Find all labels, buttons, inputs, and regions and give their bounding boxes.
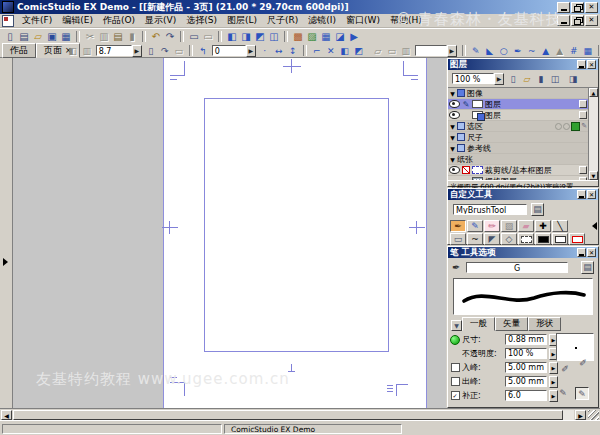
play-icon[interactable]: ▶ [347,30,361,43]
layer-group-row[interactable]: ▼图像 [448,88,598,99]
save-icon[interactable]: ▣ [45,30,59,43]
new-folder-icon[interactable]: ▱ [520,73,534,85]
option-checkbox[interactable] [451,363,460,372]
layer-lock-icon[interactable]: ◫ [548,73,562,85]
collapse-arrow-icon[interactable]: ▼ [448,145,457,152]
custom-tool-preset-combo[interactable]: MyBrushTool [453,204,527,215]
flip-vertical-icon[interactable]: ↕ [286,45,300,57]
layer-options-button[interactable] [579,177,587,180]
paste-icon[interactable]: ▤ [111,30,125,43]
save-all-icon[interactable]: ▦ [59,30,73,43]
spinner-icon[interactable]: ▶ [246,45,256,57]
tab-collapse-icon[interactable]: ▼ [451,320,462,331]
custom-tool-preset-value[interactable]: MyBrushTool [453,204,527,215]
layer-group-row[interactable]: ▼参考线 [448,143,598,154]
zoom-level-combo-value[interactable]: 8.7 [96,45,132,56]
story-nav-icon[interactable]: ◧ [66,45,80,57]
scrollbar-thumb[interactable] [13,410,563,420]
expand-right-icon[interactable] [3,258,8,266]
option-checkbox[interactable]: ✓ [451,391,460,400]
pen-tab-形状[interactable]: 形状 [528,317,561,331]
snap-1-icon[interactable]: ▱ [371,45,385,57]
layout-window-icon[interactable]: ◩ [253,30,267,43]
panel-minimize-icon[interactable] [577,60,586,69]
white-color-swatch[interactable] [552,233,568,245]
delete-icon[interactable]: ▮ [125,30,139,43]
perspective-icon[interactable]: ▲ [539,45,553,57]
snap-mode-combo-value[interactable] [415,45,447,56]
panel-close-icon[interactable]: ✕ [587,248,596,257]
scroll-up-icon[interactable]: ▲ [589,88,598,97]
title-bar[interactable]: ComicStudio EX Demo - [[新建作品 - 3页] (21.0… [0,0,600,14]
custom-panel-titlebar[interactable]: 自定义工具 ✕ [448,189,598,200]
collapse-right-dock-icon[interactable] [592,222,597,230]
layer-options-button[interactable] [579,166,587,174]
visibility-toggle[interactable] [448,100,460,108]
spinner-icon[interactable]: ▶ [132,45,142,57]
fit-page-icon[interactable]: ▯ [144,45,158,57]
open-icon[interactable]: ▱ [31,30,45,43]
menu-window[interactable]: 窗口(W) [341,14,385,27]
collapse-arrow-icon[interactable]: ▼ [448,123,457,130]
canvas-area[interactable]: 友基特约教程 www.ugee.com.cn [13,58,446,408]
resize-grip-icon[interactable] [588,410,599,420]
new-layer-icon[interactable]: ▯ [506,73,520,85]
visibility-toggle[interactable] [448,111,460,119]
rectangle-tool[interactable]: ▭ [450,233,466,245]
pattern-brush-tool[interactable]: ▨ [501,220,517,232]
zoom-level-combo[interactable]: 8.7▶ [96,45,142,57]
layer-opacity-combo[interactable]: 100 %▶ [452,73,504,85]
eraser-tool[interactable]: ▰ [518,220,534,232]
document-icon[interactable] [2,15,14,27]
split-left-icon[interactable]: ◧ [338,45,352,57]
layer-options-button[interactable] [579,111,587,119]
mountain-icon[interactable]: ▲ [553,45,567,57]
option-slider-icon[interactable]: ▶ [549,376,558,388]
layer-thumbnail[interactable] [472,111,483,119]
grid-icon[interactable]: ▦ [319,30,333,43]
snap-mode-combo[interactable]: ▶ [415,45,457,57]
page-window-icon[interactable]: ◨ [239,30,253,43]
pencil-tool[interactable]: ✏ [484,220,500,232]
print-preview-icon[interactable]: ▭ [201,30,215,43]
tab-story[interactable]: 作品 [2,43,36,58]
zigzag-tool[interactable]: ~ [467,233,483,245]
copy-icon[interactable]: ▥ [97,30,111,43]
pen-preset-value[interactable]: G [466,262,568,273]
panel-close-icon[interactable]: ✕ [587,190,596,199]
option-value-field[interactable]: 100 % [505,348,547,359]
redo-icon[interactable]: ↷ [163,30,177,43]
new-page-icon[interactable]: ▯ [3,30,17,43]
visibility-toggle[interactable] [448,166,460,174]
frame-grid-icon[interactable]: # [567,45,581,57]
collapse-arrow-icon[interactable]: ▼ [448,90,457,97]
menu-select[interactable]: 选择(S) [181,14,222,27]
pen-pressure-icon[interactable]: ✎ [556,387,570,400]
restore-button-icon[interactable] [571,2,584,13]
collapse-arrow-icon[interactable]: ▼ [448,156,457,163]
option-value-field[interactable]: 5.00 mm [505,362,547,373]
page-list-icon[interactable]: ▥ [80,45,94,57]
hide-guides-icon[interactable]: ✕ [324,45,338,57]
tone-palette-icon[interactable]: ▨ [305,30,319,43]
marquee-tool[interactable] [518,233,534,245]
layer-opacity-combo-value[interactable]: 100 % [452,73,494,84]
flip-horizontal-icon[interactable]: ↔ [272,45,286,57]
horizontal-scrollbar[interactable]: ◀ ▶ [0,408,600,420]
pen-panel-titlebar[interactable]: 笔 工具选项 ✕ [448,247,598,258]
print-icon[interactable]: ▭ [187,30,201,43]
menu-file[interactable]: 文件(F) [17,14,57,27]
option-checkbox[interactable] [451,377,460,386]
layers-panel-titlebar[interactable]: 图层 ✕ [448,59,598,70]
cut-icon[interactable]: ✂ [83,30,97,43]
pen-draw-icon[interactable]: ✎ [469,45,483,57]
layer-menu-icon[interactable]: ◨ [566,73,580,85]
layer-row[interactable]: 栅格图层 [448,176,598,180]
option-value-field[interactable]: 6.0 [505,390,547,401]
collapsed-left-panel[interactable] [0,58,13,408]
polyline-tool[interactable]: ◇ [501,233,517,245]
scroll-down-icon[interactable]: ▼ [589,171,598,180]
brush-tool[interactable]: ✒ [450,220,466,232]
scroll-right-icon[interactable]: ▶ [575,410,586,420]
new-story-icon[interactable]: ▤ [17,30,31,43]
